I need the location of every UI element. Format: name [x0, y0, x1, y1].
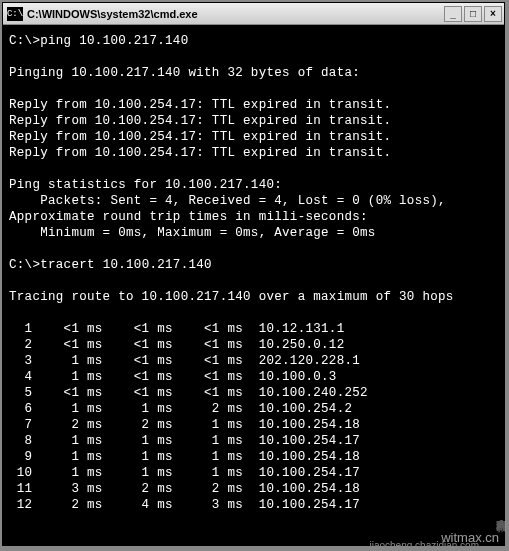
- prompt: C:\>: [9, 258, 40, 272]
- side-label: 查字典 教程网: [494, 510, 509, 513]
- ping-reply: Reply from 10.100.254.17: TTL expired in…: [9, 130, 391, 144]
- command-text: tracert 10.100.217.140: [40, 258, 212, 272]
- tracert-table: 1 <1 ms <1 ms <1 ms 10.12.131.1 2 <1 ms …: [9, 322, 368, 512]
- ping-times: Minimum = 0ms, Maximum = 0ms, Average = …: [9, 226, 376, 240]
- bottom-label: jiaocheng.chazidian.com: [369, 540, 479, 551]
- console-output[interactable]: C:\>ping 10.100.217.140 Pinging 10.100.2…: [3, 25, 504, 545]
- ping-header: Pinging 10.100.217.140 with 32 bytes of …: [9, 66, 360, 80]
- window-controls: _ □ ×: [444, 6, 502, 22]
- cmd-icon: C:\: [7, 7, 23, 21]
- ping-reply: Reply from 10.100.254.17: TTL expired in…: [9, 98, 391, 112]
- tracert-header: Tracing route to 10.100.217.140 over a m…: [9, 290, 454, 304]
- ping-packets: Packets: Sent = 4, Received = 4, Lost = …: [9, 194, 446, 208]
- ping-approx: Approximate round trip times in milli-se…: [9, 210, 368, 224]
- cmd-window: C:\ C:\WINDOWS\system32\cmd.exe _ □ × C:…: [2, 2, 505, 546]
- prompt: C:\>: [9, 34, 40, 48]
- titlebar[interactable]: C:\ C:\WINDOWS\system32\cmd.exe _ □ ×: [3, 3, 504, 25]
- command-text: ping 10.100.217.140: [40, 34, 188, 48]
- minimize-button[interactable]: _: [444, 6, 462, 22]
- window-title: C:\WINDOWS\system32\cmd.exe: [27, 8, 444, 20]
- close-button[interactable]: ×: [484, 6, 502, 22]
- ping-stats-header: Ping statistics for 10.100.217.140:: [9, 178, 282, 192]
- ping-reply: Reply from 10.100.254.17: TTL expired in…: [9, 146, 391, 160]
- maximize-button[interactable]: □: [464, 6, 482, 22]
- ping-reply: Reply from 10.100.254.17: TTL expired in…: [9, 114, 391, 128]
